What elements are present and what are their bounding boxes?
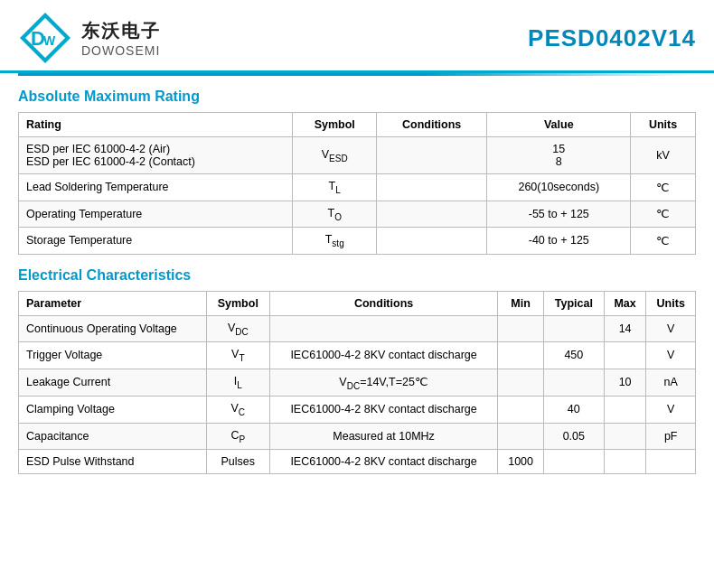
page-header: D W 东沃电子 DOWOSEMI PESD0402V14 [0, 0, 714, 73]
min-clamping [498, 397, 544, 424]
logo-area: D W 东沃电子 DOWOSEMI [18, 11, 161, 65]
value-lead: 260(10seconds) [487, 174, 631, 201]
rating-storage: Storage Temperature [19, 228, 293, 255]
typ-trigger: 450 [543, 342, 604, 369]
col-header-conditions2: Conditions [269, 291, 497, 315]
table-row: Storage Temperature Tstg -40 to + 125 ℃ [19, 228, 696, 255]
max-leakage: 10 [604, 369, 646, 397]
value-operating: -55 to + 125 [487, 201, 631, 228]
rating-operating: Operating Temperature [19, 201, 293, 228]
typ-leakage [543, 369, 604, 397]
param-trigger-voltage: Trigger Voltage [19, 342, 207, 369]
symbol-tstg: Tstg [293, 228, 377, 255]
electrical-char-table: Parameter Symbol Conditions Min Typical … [18, 291, 696, 475]
max-esd-pulse [604, 450, 646, 474]
col-header-min: Min [498, 291, 544, 315]
logo-english: DOWOSEMI [81, 43, 161, 58]
table-row: Clamping Voltage VC IEC61000-4-2 8KV con… [19, 397, 696, 424]
cond-esd [376, 137, 486, 174]
param-leakage: Leakage Current [19, 369, 207, 397]
units-clamping: V [646, 397, 696, 424]
table-row: Continuous Operating Voltage VDC 14 V [19, 315, 696, 342]
typ-capacitance: 0.05 [543, 423, 604, 450]
cond-clamping: IEC61000-4-2 8KV contact discharge [269, 397, 497, 424]
units-lead: ℃ [631, 174, 696, 201]
typ-esd-pulse [543, 450, 604, 474]
table-row: Trigger Voltage VT IEC61000-4-2 8KV cont… [19, 342, 696, 369]
logo-chinese: 东沃电子 [81, 19, 161, 43]
symbol-cp: CP [206, 423, 269, 450]
units-trigger: V [646, 342, 696, 369]
cond-trigger: IEC61000-4-2 8KV contact discharge [269, 342, 497, 369]
units-cont-voltage: V [646, 315, 696, 342]
logo-icon: D W [18, 11, 72, 65]
header-divider [18, 73, 696, 76]
cond-capacitance: Measured at 10MHz [269, 423, 497, 450]
param-clamping: Clamping Voltage [19, 397, 207, 424]
units-esd: kV [631, 137, 696, 174]
col-header-parameter: Parameter [19, 291, 207, 315]
symbol-vdc: VDC [206, 315, 269, 342]
part-number: PESD0402V14 [528, 24, 696, 52]
cond-esd-pulse: IEC61000-4-2 8KV contact discharge [269, 450, 497, 474]
max-trigger [604, 342, 646, 369]
min-trigger [498, 342, 544, 369]
typ-cont-voltage [543, 315, 604, 342]
table-row: Operating Temperature TO -55 to + 125 ℃ [19, 201, 696, 228]
max-cont-voltage: 14 [604, 315, 646, 342]
min-leakage [498, 369, 544, 397]
cond-cont-voltage [269, 315, 497, 342]
value-storage: -40 to + 125 [487, 228, 631, 255]
rating-lead: Lead Soldering Temperature [19, 174, 293, 201]
max-clamping [604, 397, 646, 424]
symbol-il: IL [206, 369, 269, 397]
units-leakage: nA [646, 369, 696, 397]
symbol-vc: VC [206, 397, 269, 424]
value-esd: 158 [487, 137, 631, 174]
col-header-symbol: Symbol [293, 113, 377, 137]
param-capacitance: Capacitance [19, 423, 207, 450]
cond-lead [376, 174, 486, 201]
col-header-typical: Typical [543, 291, 604, 315]
symbol-pulses: Pulses [206, 450, 269, 474]
svg-text:W: W [43, 33, 56, 48]
absolute-max-rating-table: Rating Symbol Conditions Value Units ESD… [18, 112, 696, 255]
typ-clamping: 40 [543, 397, 604, 424]
symbol-vesd: VESD [293, 137, 377, 174]
table-row: Leakage Current IL VDC=14V,T=25℃ 10 nA [19, 369, 696, 397]
col-header-conditions: Conditions [376, 113, 486, 137]
col-header-value: Value [487, 113, 631, 137]
main-content: Absolute Maximum Rating Rating Symbol Co… [0, 89, 714, 501]
col-header-units2: Units [646, 291, 696, 315]
units-storage: ℃ [631, 228, 696, 255]
col-header-max: Max [604, 291, 646, 315]
table-row: ESD per IEC 61000-4-2 (Air)ESD per IEC 6… [19, 137, 696, 174]
cond-storage [376, 228, 486, 255]
table-row: Capacitance CP Measured at 10MHz 0.05 pF [19, 423, 696, 450]
units-esd-pulse [646, 450, 696, 474]
param-esd-pulse: ESD Pulse Withstand [19, 450, 207, 474]
param-cont-voltage: Continuous Operating Voltage [19, 315, 207, 342]
symbol-vt: VT [206, 342, 269, 369]
logo-text: 东沃电子 DOWOSEMI [81, 19, 161, 58]
section1-title: Absolute Maximum Rating [18, 89, 696, 105]
min-cont-voltage [498, 315, 544, 342]
units-capacitance: pF [646, 423, 696, 450]
units-operating: ℃ [631, 201, 696, 228]
min-esd-pulse: 1000 [498, 450, 544, 474]
min-capacitance [498, 423, 544, 450]
cond-leakage: VDC=14V,T=25℃ [269, 369, 497, 397]
table-row: ESD Pulse Withstand Pulses IEC61000-4-2 … [19, 450, 696, 474]
max-capacitance [604, 423, 646, 450]
table-row: Lead Soldering Temperature TL 260(10seco… [19, 174, 696, 201]
col-header-symbol2: Symbol [206, 291, 269, 315]
col-header-units: Units [631, 113, 696, 137]
symbol-tl: TL [293, 174, 377, 201]
symbol-to: TO [293, 201, 377, 228]
col-header-rating: Rating [19, 113, 293, 137]
rating-esd: ESD per IEC 61000-4-2 (Air)ESD per IEC 6… [19, 137, 293, 174]
cond-operating [376, 201, 486, 228]
section2-title: Electrical Characteristics [18, 267, 696, 284]
